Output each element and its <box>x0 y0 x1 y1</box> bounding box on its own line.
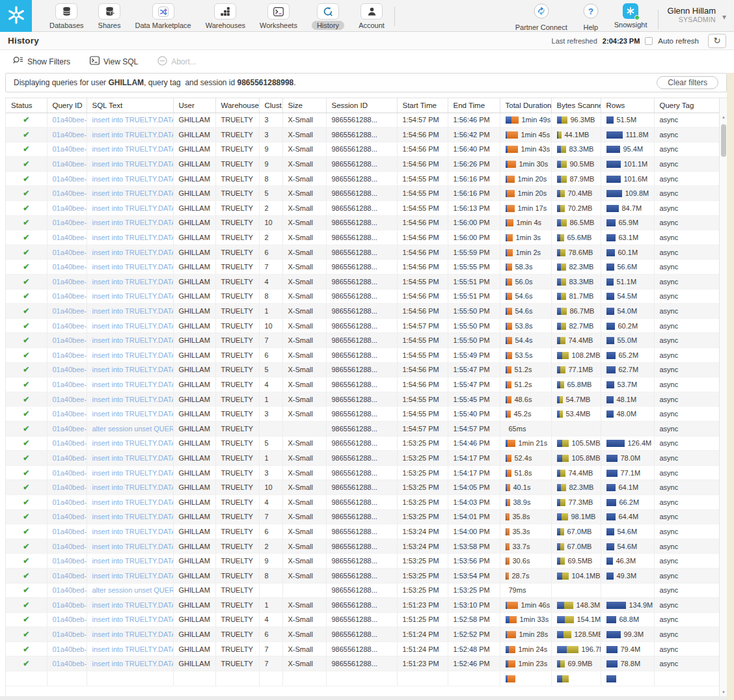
partner-connect-button[interactable]: Partner Connect <box>508 3 575 31</box>
query-id-link[interactable]: 01a40bed-... <box>47 554 87 569</box>
column-header-bytesscanned[interactable]: Bytes Scanned <box>551 98 601 113</box>
query-id-link[interactable]: 01a40bee-... <box>47 407 87 422</box>
column-header-endtime[interactable]: End Time <box>448 98 500 113</box>
query-id-link[interactable]: 01a40beb-... <box>47 641 87 656</box>
view-sql-button[interactable]: View SQL <box>90 56 138 67</box>
query-id-link[interactable]: 01a40beb-... <box>47 598 87 613</box>
sql-text-link[interactable]: insert into TRUELTY.DATA_STO... <box>87 612 173 627</box>
column-header-querytag[interactable]: Query Tag <box>654 98 720 113</box>
query-id-link[interactable]: 01a40bee-... <box>47 362 87 377</box>
column-header-rows[interactable]: Rows <box>601 98 654 113</box>
sql-text-link[interactable]: insert into TRUELTY.DATA_STO... <box>87 348 173 363</box>
scrollbar-thumb[interactable] <box>721 124 726 157</box>
sql-text-link[interactable]: insert into TRUELTY.DATA_STO... <box>87 318 173 333</box>
column-header-totalduration[interactable]: Total Duration <box>500 98 551 113</box>
query-id-link[interactable]: 01a40bee-... <box>47 333 87 348</box>
tab-worksheets[interactable]: Worksheets <box>252 3 305 29</box>
tab-history[interactable]: History <box>305 3 351 30</box>
column-header-clust[interactable]: Clust... <box>259 98 282 113</box>
sql-text-link[interactable]: insert into TRUELTY.DATA_STO... <box>87 465 173 480</box>
sql-text-link[interactable]: insert into TRUELTY.DATA_STO... <box>87 275 173 289</box>
sql-text-link[interactable]: insert into TRUELTY.DATA_STO... <box>87 539 173 554</box>
scroll-down-icon[interactable]: ▼ <box>720 690 727 694</box>
sql-text-link[interactable]: insert into TRUELTY.DATA_STO... <box>87 245 173 260</box>
column-header-sqltext[interactable]: SQL Text <box>87 98 173 113</box>
query-id-link[interactable]: 01a40bee-... <box>47 392 87 407</box>
query-id-link[interactable]: 01a40beb-... <box>47 627 87 642</box>
query-id-link[interactable]: 01a40bee-... <box>47 275 87 289</box>
query-id-link[interactable]: 01a40bee-... <box>47 142 87 157</box>
sql-text-link[interactable]: insert into TRUELTY.DATA_STO... <box>87 494 173 509</box>
show-filters-button[interactable]: Show Filters <box>13 56 70 67</box>
query-id-link[interactable]: 01a40bee-... <box>47 260 87 275</box>
sql-text-link[interactable]: insert into TRUELTY.DATA_STO... <box>87 113 173 128</box>
query-id-link[interactable]: 01a40bee-... <box>47 245 87 260</box>
user-menu[interactable]: Glenn Hillam SYSADMIN ▾ <box>661 3 727 23</box>
tab-warehouses[interactable]: Warehouses <box>198 3 252 29</box>
sql-text-link[interactable]: insert into TRUELTY.DATA_STO... <box>87 554 173 569</box>
refresh-button[interactable]: ↻ <box>708 34 726 48</box>
column-header-size[interactable]: Size <box>282 98 326 113</box>
sql-text-link[interactable]: insert into TRUELTY.DATA_STO... <box>87 641 173 656</box>
vertical-scrollbar[interactable]: ▲ ▼ <box>719 98 727 696</box>
query-id-link[interactable]: 01a40bed-... <box>47 509 87 524</box>
sql-text-link[interactable]: insert into TRUELTY.DATA_STO... <box>87 304 173 319</box>
sql-text-link[interactable]: insert into TRUELTY.DATA_STO... <box>87 598 173 613</box>
column-header-sessionid[interactable]: Session ID <box>326 98 397 113</box>
query-id-link[interactable]: 01a40bee-... <box>47 377 87 392</box>
query-id-link[interactable]: 01a40bee-... <box>47 128 87 142</box>
column-header-status[interactable]: Status <box>6 98 47 113</box>
query-id-link[interactable]: 01a40bed-... <box>47 494 87 509</box>
tab-data-marketplace[interactable]: Data Marketplace <box>128 3 198 29</box>
sql-text-link[interactable]: insert into TRUELTY.DATA_STO... <box>87 157 173 172</box>
sql-text-link[interactable]: insert into TRUELTY.DATA_STO... <box>87 451 173 466</box>
sql-text-link[interactable]: insert into TRUELTY.DATA_STO... <box>87 333 173 348</box>
query-id-link[interactable]: 01a40bee-... <box>47 318 87 333</box>
sql-text-link[interactable]: alter session unset QUERY_TAG; <box>87 583 173 598</box>
sql-text-link[interactable]: insert into TRUELTY.DATA_STO... <box>87 171 173 186</box>
query-id-link[interactable]: 01a40bee-... <box>47 171 87 186</box>
sql-text-link[interactable]: insert into TRUELTY.DATA_STO... <box>87 142 173 157</box>
query-id-link[interactable]: 01a40bed-... <box>47 524 87 539</box>
clear-filters-button[interactable]: Clear filters <box>657 76 718 89</box>
snowsight-button[interactable]: Snowsight <box>606 3 655 29</box>
column-header-user[interactable]: User <box>173 98 215 113</box>
help-button[interactable]: ? Help <box>575 3 606 31</box>
sql-text-link[interactable]: insert into TRUELTY.DATA_STO... <box>87 568 173 583</box>
query-id-link[interactable]: 01a40bed-... <box>47 451 87 466</box>
sql-text-link[interactable]: insert into TRUELTY.DATA_STO... <box>87 186 173 201</box>
sql-text-link[interactable] <box>87 671 173 686</box>
scroll-up-icon[interactable]: ▲ <box>720 115 727 119</box>
tab-databases[interactable]: Databases <box>42 3 91 29</box>
sql-text-link[interactable]: insert into TRUELTY.DATA_STO... <box>87 392 173 407</box>
query-id-link[interactable]: 01a40bee-... <box>47 230 87 245</box>
query-id-link[interactable]: 01a40bed-... <box>47 480 87 495</box>
abort-button[interactable]: Abort... <box>157 56 197 68</box>
query-id-link[interactable]: 01a40bee-... <box>47 289 87 304</box>
sql-text-link[interactable]: insert into TRUELTY.DATA_STO... <box>87 362 173 377</box>
sql-text-link[interactable]: insert into TRUELTY.DATA_STO... <box>87 407 173 422</box>
sql-text-link[interactable]: insert into TRUELTY.DATA_STO... <box>87 656 173 671</box>
sql-text-link[interactable]: insert into TRUELTY.DATA_STO... <box>87 260 173 275</box>
column-header-starttime[interactable]: Start Time <box>397 98 448 113</box>
query-id-link[interactable]: 01a40bed-... <box>47 583 87 598</box>
query-id-link[interactable]: 01a40beb-... <box>47 656 87 671</box>
sql-text-link[interactable]: insert into TRUELTY.DATA_STO... <box>87 436 173 451</box>
tab-account[interactable]: Account <box>351 3 392 29</box>
sql-text-link[interactable]: insert into TRUELTY.DATA_STO... <box>87 289 173 304</box>
query-id-link[interactable]: 01a40bee-... <box>47 113 87 128</box>
sql-text-link[interactable]: insert into TRUELTY.DATA_STO... <box>87 128 173 142</box>
sql-text-link[interactable]: insert into TRUELTY.DATA_STO... <box>87 524 173 539</box>
query-id-link[interactable]: 01a40bee-... <box>47 215 87 230</box>
query-id-link[interactable]: 01a40bed-... <box>47 436 87 451</box>
snowflake-logo[interactable] <box>0 0 32 32</box>
column-header-queryid[interactable]: Query ID <box>47 98 87 113</box>
sql-text-link[interactable]: insert into TRUELTY.DATA_STO... <box>87 377 173 392</box>
query-id-link[interactable]: 01a40bee-... <box>47 186 87 201</box>
query-id-link[interactable] <box>47 671 87 686</box>
sql-text-link[interactable]: alter session unset QUERY_TAG; <box>87 421 173 436</box>
query-id-link[interactable]: 01a40bee-... <box>47 421 87 436</box>
sql-text-link[interactable]: insert into TRUELTY.DATA_STO... <box>87 480 173 495</box>
query-id-link[interactable]: 01a40bed-... <box>47 568 87 583</box>
sql-text-link[interactable]: insert into TRUELTY.DATA_STO... <box>87 509 173 524</box>
